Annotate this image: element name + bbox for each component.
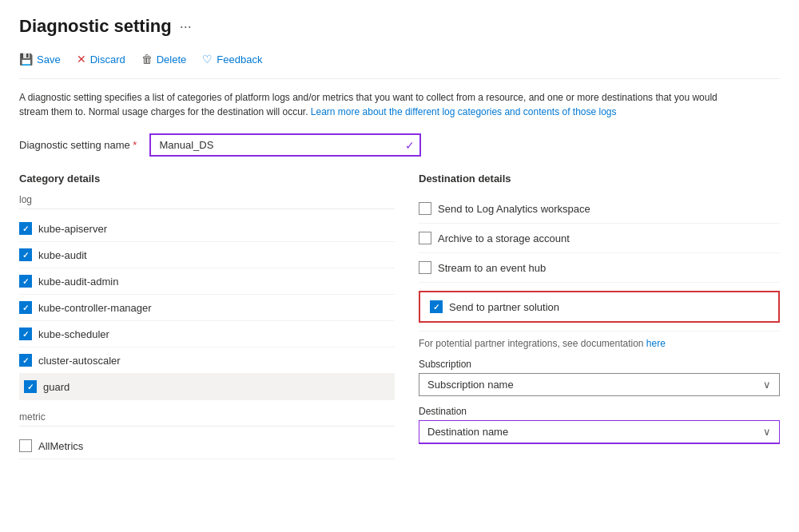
chevron-down-icon: ∨ xyxy=(763,426,771,438)
toolbar: 💾 Save ✕ Discard 🗑 Delete ♡ Feedback xyxy=(19,50,780,79)
kube-scheduler-label: kube-scheduler xyxy=(38,328,109,340)
setting-name-label: Diagnostic setting name * xyxy=(19,139,137,151)
event-hub-label: Stream to an event hub xyxy=(438,262,546,274)
setting-name-row: Diagnostic setting name * ✓ xyxy=(19,133,780,157)
delete-button[interactable]: 🗑 Delete xyxy=(141,50,187,69)
kube-audit-label: kube-audit xyxy=(38,249,87,261)
cluster-autoscaler-label: cluster-autoscaler xyxy=(38,355,121,367)
category-details-title: Category details xyxy=(19,173,395,185)
kube-audit-checkbox[interactable] xyxy=(19,248,32,261)
destination-label: Destination xyxy=(419,406,780,417)
kube-controller-manager-checkbox[interactable] xyxy=(19,301,32,314)
allmetrics-label: AllMetrics xyxy=(38,440,83,452)
subscription-field: Subscription Subscription name ∨ xyxy=(419,359,780,396)
metric-group-label: metric xyxy=(19,411,395,427)
allmetrics-checkbox[interactable] xyxy=(19,439,32,452)
input-check-icon: ✓ xyxy=(405,139,415,152)
destination-value: Destination name xyxy=(427,426,508,438)
dest-storage-row: Archive to a storage account xyxy=(419,224,780,253)
feedback-label: Feedback xyxy=(217,54,262,66)
dest-partner-row: Send to partner solution xyxy=(419,283,780,332)
list-item: guard xyxy=(19,374,395,400)
chevron-down-icon: ∨ xyxy=(763,379,771,391)
page-title: Diagnostic setting xyxy=(19,16,172,37)
kube-audit-admin-label: kube-audit-admin xyxy=(38,276,118,288)
dest-event-hub-row: Stream to an event hub xyxy=(419,253,780,283)
delete-icon: 🗑 xyxy=(141,53,153,66)
list-item: kube-audit-admin xyxy=(19,268,395,295)
subscription-value: Subscription name xyxy=(427,379,514,391)
destination-details-panel: Destination details Send to Log Analytic… xyxy=(411,173,780,459)
page-title-row: Diagnostic setting ··· xyxy=(19,16,780,37)
setting-name-input-wrapper: ✓ xyxy=(149,133,421,157)
delete-label: Delete xyxy=(157,54,187,66)
main-content: Category details log kube-apiserver kube… xyxy=(19,173,780,459)
save-button[interactable]: 💾 Save xyxy=(19,50,61,69)
metric-group: metric AllMetrics xyxy=(19,411,395,459)
partner-info: For potential partner integrations, see … xyxy=(419,338,780,349)
dest-log-analytics-row: Send to Log Analytics workspace xyxy=(419,194,780,224)
save-label: Save xyxy=(37,54,61,66)
log-analytics-checkbox[interactable] xyxy=(419,202,431,215)
list-item: kube-apiserver xyxy=(19,216,395,242)
destination-field: Destination Destination name ∨ xyxy=(419,406,780,444)
discard-icon: ✕ xyxy=(77,53,86,66)
event-hub-checkbox[interactable] xyxy=(419,261,431,274)
kube-audit-admin-checkbox[interactable] xyxy=(19,275,32,288)
kube-apiserver-checkbox[interactable] xyxy=(19,222,32,235)
feedback-button[interactable]: ♡ Feedback xyxy=(202,50,262,69)
category-details-panel: Category details log kube-apiserver kube… xyxy=(19,173,411,459)
log-analytics-label: Send to Log Analytics workspace xyxy=(438,203,590,215)
kube-apiserver-label: kube-apiserver xyxy=(38,223,107,235)
partner-solution-label: Send to partner solution xyxy=(449,301,559,313)
save-icon: 💾 xyxy=(19,53,33,66)
destination-dropdown[interactable]: Destination name ∨ xyxy=(419,420,780,444)
subscription-label: Subscription xyxy=(419,359,780,370)
guard-label: guard xyxy=(43,381,70,393)
list-item: kube-controller-manager xyxy=(19,295,395,321)
list-item: kube-audit xyxy=(19,242,395,268)
subscription-dropdown[interactable]: Subscription name ∨ xyxy=(419,373,780,396)
description-text: A diagnostic setting specifies a list of… xyxy=(19,90,738,119)
partner-solution-checkbox[interactable] xyxy=(430,300,443,313)
guard-checkbox[interactable] xyxy=(24,380,37,393)
partner-solution-box: Send to partner solution xyxy=(419,291,780,323)
learn-more-link[interactable]: Learn more about the different log categ… xyxy=(311,106,617,117)
log-group: log kube-apiserver kube-audit kube-audit… xyxy=(19,194,395,400)
list-item: cluster-autoscaler xyxy=(19,347,395,374)
discard-button[interactable]: ✕ Discard xyxy=(77,50,125,69)
kube-controller-manager-label: kube-controller-manager xyxy=(38,302,152,314)
page-container: Diagnostic setting ··· 💾 Save ✕ Discard … xyxy=(0,0,799,475)
list-item: kube-scheduler xyxy=(19,321,395,347)
list-item: AllMetrics xyxy=(19,433,395,459)
storage-checkbox[interactable] xyxy=(419,232,431,244)
discard-label: Discard xyxy=(90,54,125,66)
ellipsis-menu[interactable]: ··· xyxy=(180,18,192,35)
log-group-label: log xyxy=(19,194,395,209)
storage-label: Archive to a storage account xyxy=(438,232,570,244)
feedback-icon: ♡ xyxy=(202,53,213,66)
destination-details-title: Destination details xyxy=(419,173,780,185)
partner-docs-link[interactable]: here xyxy=(646,338,666,349)
setting-name-input[interactable] xyxy=(149,133,421,157)
cluster-autoscaler-checkbox[interactable] xyxy=(19,354,32,367)
kube-scheduler-checkbox[interactable] xyxy=(19,328,32,340)
